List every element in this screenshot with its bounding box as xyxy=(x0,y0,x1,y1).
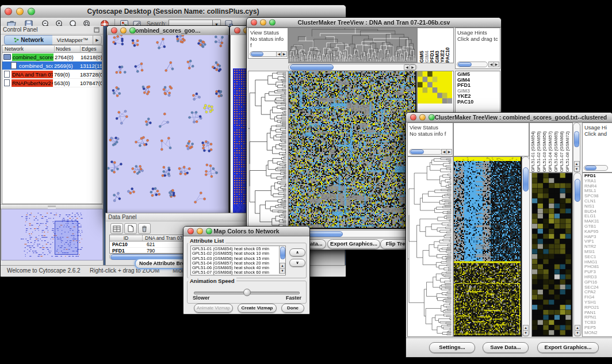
minimize-button[interactable] xyxy=(16,8,24,16)
tv1-heatmap[interactable] xyxy=(288,71,417,229)
create-vizmap-button[interactable]: Create Vizmap xyxy=(238,304,277,313)
birdseye-canvas[interactable] xyxy=(2,209,101,259)
done-button[interactable]: Done xyxy=(281,304,304,313)
zoom-button[interactable] xyxy=(206,228,212,235)
delete-attribute-trash-icon[interactable] xyxy=(138,223,151,234)
zoom-button[interactable] xyxy=(129,28,136,34)
treeview-dna-titlebar[interactable]: ClusterMaker TreeView : DNA and Tran 07-… xyxy=(247,18,501,28)
heatmap-column-label[interactable]: YKE2 xyxy=(439,28,445,63)
minimize-button[interactable] xyxy=(120,28,127,34)
heatmap-column-label[interactable]: GIM5 xyxy=(419,28,424,63)
network-nodes-count: 769(0) xyxy=(53,71,79,78)
tv2-usage-scrollbar[interactable] xyxy=(584,165,608,171)
zoom-button[interactable] xyxy=(429,114,435,121)
heatmap-column-label[interactable]: GPL51-04 (GSM857) xyxy=(548,123,553,172)
slider-thumb[interactable] xyxy=(243,289,251,296)
tv2-collabel-scrollbar[interactable]: ▲ ▼ xyxy=(573,122,580,173)
select-attributes-icon[interactable] xyxy=(110,223,123,234)
network-edges-count: 107847(0) xyxy=(79,80,102,86)
export-graphics-button[interactable]: Export Graphics... xyxy=(537,342,599,353)
export-graphics-button[interactable]: Export Graphics... xyxy=(327,239,380,249)
scroll-down-icon[interactable]: ▼ xyxy=(523,330,529,336)
tab-overflow-button[interactable]: ▶ xyxy=(93,35,102,45)
scroll-down-icon[interactable]: ▼ xyxy=(280,268,285,274)
heatmap-column-label[interactable]: PFD1 xyxy=(429,28,434,63)
heatmap-column-label[interactable]: GIM3 xyxy=(434,28,439,63)
dp-col-id[interactable]: ID xyxy=(110,235,142,241)
heatmap-column-label[interactable]: GPL51-01 (GSM854) xyxy=(530,123,536,172)
close-button[interactable] xyxy=(234,28,240,34)
tv1-heatmap-hscrollbar[interactable]: ◀ ▶ xyxy=(288,64,417,71)
heatmap-column-label[interactable]: GPL51-06 (GSM865) xyxy=(553,123,559,172)
tv2-heatmap[interactable] xyxy=(453,156,522,337)
minimize-button[interactable] xyxy=(260,20,266,26)
scroll-down-icon[interactable]: ▼ xyxy=(574,166,580,172)
tv1-column-dendrogram[interactable] xyxy=(288,28,417,63)
new-attribute-icon[interactable] xyxy=(124,223,137,234)
tv1-gene-dendrogram[interactable] xyxy=(248,71,288,229)
minimize-button[interactable] xyxy=(197,228,203,235)
scroll-right-icon[interactable]: ▶ xyxy=(410,64,416,70)
heatmap-column-label[interactable]: GPL51-07 (GSM868) xyxy=(559,123,565,172)
network-view-titlebar[interactable]: combined_scores_good.txt--cluste... xyxy=(107,26,229,36)
attribute-list-scrollbar[interactable]: ▲ ▼ xyxy=(279,246,285,274)
heatmap-column-label[interactable]: GIM4 xyxy=(424,28,429,63)
network-table-row[interactable]: combined_scores2764(0)16218(0) xyxy=(2,53,102,62)
birdseye-view[interactable] xyxy=(1,209,103,260)
close-button[interactable] xyxy=(5,8,12,16)
zoom-button[interactable] xyxy=(28,8,35,16)
save-data-button[interactable]: Save Data... xyxy=(483,342,529,353)
scroll-right-icon[interactable]: ▶ xyxy=(281,51,287,57)
network-table-row[interactable]: RNAPuberNov2+563(0)107847(0) xyxy=(2,79,102,87)
attribute-list-label: Attribute List xyxy=(188,237,225,244)
network-name: combined_sco xyxy=(18,62,53,70)
main-titlebar[interactable]: Cytoscape Desktop (Session Name: collins… xyxy=(1,5,346,18)
network-name: DNA and Tran 07 xyxy=(12,71,53,78)
close-button[interactable] xyxy=(188,228,194,235)
tab-vizmapper[interactable]: VizMapper™ xyxy=(52,35,93,45)
tv1-view-status-title: View Status xyxy=(250,29,286,36)
attribute-list-item[interactable]: GPL51-07 (GSM868) heat shock 60 min xyxy=(192,270,284,275)
move-attribute-up-button[interactable]: ∧ xyxy=(289,248,305,256)
faster-label: Faster xyxy=(286,295,301,301)
minimize-button[interactable] xyxy=(419,114,426,121)
move-attribute-down-button[interactable]: ∨ xyxy=(289,259,305,267)
gene-label[interactable]: MON2 xyxy=(584,331,612,336)
tv2-zoom-heatmap[interactable] xyxy=(531,173,573,337)
dense-network-canvas[interactable] xyxy=(233,68,247,213)
col-nodes[interactable]: Nodes xyxy=(54,46,80,52)
close-button[interactable] xyxy=(251,20,257,26)
scroll-right-icon[interactable]: ▶ xyxy=(446,149,452,155)
heatmap-column-label[interactable]: PAC10 xyxy=(445,28,450,63)
tab-network[interactable]: Network xyxy=(4,35,53,45)
tv2-heatmap-vscrollbar[interactable]: ▲ ▼ xyxy=(522,156,530,337)
heatmap-column-label[interactable]: GPL51-02 (GSM855) xyxy=(536,123,542,172)
tv2-column-dendrogram[interactable] xyxy=(453,122,529,156)
network-canvas[interactable] xyxy=(108,35,228,215)
treeview-combined-titlebar[interactable]: ClusterMaker TreeView : combined_scores_… xyxy=(406,113,612,122)
control-panel-title: Control Panel xyxy=(3,26,38,33)
tv2-status-scrollbar[interactable] xyxy=(409,149,442,155)
tv2-gene-dendrogram[interactable] xyxy=(407,156,453,337)
close-button[interactable] xyxy=(111,28,117,34)
scroll-right-icon[interactable]: ▶ xyxy=(494,62,499,67)
map-colors-titlebar[interactable]: Map Colors to Network xyxy=(183,227,309,236)
close-button[interactable] xyxy=(410,114,416,121)
settings-button[interactable]: Settings... xyxy=(429,342,475,353)
heatmap-row-label[interactable]: PAC10 xyxy=(457,99,500,105)
tv1-view-status-text: No status info f xyxy=(250,36,286,48)
zoom-button[interactable] xyxy=(269,20,276,26)
col-edges[interactable]: Edges xyxy=(80,46,102,52)
network-table-row[interactable]: combined_sco2569(6)13112(15) xyxy=(2,62,102,70)
heatmap-column-label[interactable]: GPL51-03 (GSM856) xyxy=(542,123,548,172)
heatmap-column-label[interactable]: GPL51-08 (GSM872) xyxy=(565,123,571,172)
tv1-status-scrollbar[interactable] xyxy=(250,51,278,57)
network-table-row[interactable]: DNA and Tran 07769(0)183728(0) xyxy=(2,70,102,79)
attribute-listbox[interactable]: GPL51-01 (GSM854) heat shock 05 minGPL51… xyxy=(190,246,286,275)
tv2-zoom-vscrollbar[interactable]: ▲ ▼ xyxy=(573,173,582,337)
scroll-down-icon[interactable]: ▼ xyxy=(575,330,580,336)
float-panel-icon[interactable] xyxy=(94,27,100,33)
animate-vizmap-button[interactable]: Animate Vizmap xyxy=(194,304,233,313)
tv1-usage-scrollbar[interactable] xyxy=(457,62,488,67)
col-network[interactable]: Network xyxy=(2,46,54,52)
